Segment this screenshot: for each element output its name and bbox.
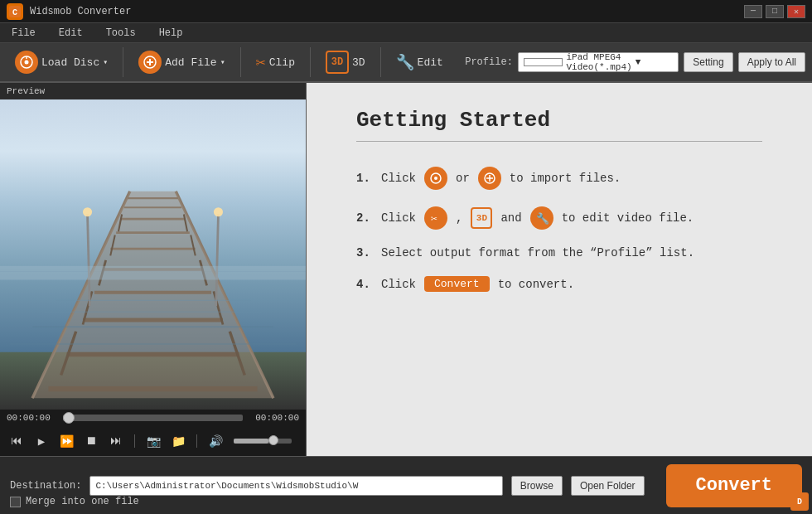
progress-thumb[interactable] [63, 412, 75, 424]
apply-to-all-button[interactable]: Apply to All [738, 52, 805, 72]
step-1-load-icon [424, 167, 447, 190]
svg-rect-42 [0, 266, 306, 280]
convert-button[interactable]: Convert [666, 464, 802, 507]
stop-button[interactable]: ⏹ [81, 431, 101, 451]
step-1-or: or [456, 172, 470, 185]
menu-tools[interactable]: Tools [101, 26, 141, 41]
svg-text:🔧: 🔧 [536, 211, 549, 225]
step-2-comma: , [456, 211, 462, 225]
controls-bar: ⏮ ▶ ⏩ ⏹ ⏭ 📷 📁 🔊 [0, 426, 306, 456]
setting-button[interactable]: Setting [684, 52, 732, 72]
merge-label: Merge into one file [26, 496, 139, 507]
wrench-icon: 🔧 [396, 53, 414, 71]
3d-icon: 3D [326, 51, 349, 74]
step-2-and: and [500, 211, 521, 225]
step-3-text: Select output format from the “Profile” … [381, 246, 694, 259]
toolbar: Load Disc ▾ Add File ▾ ✂ Clip 3D 3D 🔧 Ed… [0, 43, 812, 83]
step-4-end: to convert. [498, 278, 574, 291]
skip-forward-button[interactable]: ⏭ [106, 431, 126, 451]
load-disc-label: Load Disc [41, 56, 99, 69]
profile-section: Profile: iPad MPEG4 Video(*.mp4) ▼ Setti… [465, 52, 805, 72]
merge-row: Merge into one file [10, 496, 139, 507]
controls-separator-2 [196, 434, 197, 448]
video-preview [0, 99, 306, 410]
profile-value: iPad MPEG4 Video(*.mp4) [566, 52, 631, 72]
svg-text:C: C [12, 8, 17, 17]
preview-image [0, 99, 306, 410]
step-4: 4. Click Convert to convert. [356, 276, 762, 292]
step-2-edit-icon: 🔧 [530, 206, 553, 230]
step-2-3d-icon: 3D [471, 207, 492, 229]
title-bar: C Widsmob Converter ─ □ ✕ [0, 0, 812, 23]
progress-track[interactable] [63, 415, 243, 421]
convert-inline-button[interactable]: Convert [424, 276, 490, 292]
clip-button[interactable]: ✂ Clip [248, 49, 303, 76]
svg-point-35 [83, 207, 92, 216]
step-2-clip-icon: ✂ [424, 206, 447, 230]
volume-slider[interactable] [234, 439, 292, 444]
folder-button[interactable]: 📁 [168, 431, 188, 451]
edit-button[interactable]: 🔧 Edit [388, 50, 452, 75]
play-button[interactable]: ▶ [31, 431, 51, 451]
step-4-num: 4. [356, 278, 373, 291]
menu-bar: File Edit Tools Help [0, 23, 812, 43]
title-text: Widsmob Converter [30, 6, 131, 17]
step-3: 3. Select output format from the “Profil… [356, 246, 762, 259]
time-end: 00:00:00 [249, 413, 299, 423]
watermark: D [790, 492, 809, 511]
step-2-end: to edit video file. [562, 211, 694, 225]
merge-checkbox[interactable] [10, 497, 21, 507]
app-icon: C [7, 3, 23, 20]
volume-thumb[interactable] [268, 435, 278, 445]
separator-2 [240, 47, 241, 77]
menu-file[interactable]: File [7, 26, 41, 41]
step-2-num: 2. [356, 211, 373, 225]
add-file-icon [138, 51, 162, 74]
step-3-num: 3. [356, 246, 373, 259]
window-controls: ─ □ ✕ [744, 5, 805, 18]
left-panel: Preview [0, 83, 307, 456]
time-bar: 00:00:00 00:00:00 [0, 410, 306, 426]
step-1-end: to import files. [510, 172, 621, 185]
svg-point-44 [434, 177, 437, 180]
step-2-click: Click [381, 211, 416, 225]
profile-dropdown[interactable]: iPad MPEG4 Video(*.mp4) ▼ [518, 52, 679, 72]
browse-button[interactable]: Browse [511, 476, 563, 496]
add-file-label: Add File [165, 56, 216, 69]
step-2: 2. Click ✂ , 3D and 🔧 to edit video file… [356, 206, 762, 230]
add-file-button[interactable]: Add File ▾ [130, 47, 233, 77]
step-1-click: Click [381, 172, 416, 185]
clip-label: Clip [269, 56, 295, 69]
scissors-icon: ✂ [256, 52, 266, 73]
menu-help[interactable]: Help [154, 26, 188, 41]
3d-button[interactable]: 3D 3D [317, 47, 374, 77]
separator-1 [123, 47, 123, 77]
edit-label: Edit [418, 56, 443, 69]
destination-label: Destination: [10, 480, 81, 492]
minimize-button[interactable]: ─ [744, 5, 762, 18]
profile-icon [524, 58, 563, 66]
separator-4 [380, 47, 381, 77]
screenshot-button[interactable]: 📷 [143, 431, 163, 451]
menu-edit[interactable]: Edit [54, 26, 88, 41]
load-disc-arrow: ▾ [103, 57, 108, 67]
add-file-arrow: ▾ [220, 57, 225, 67]
separator-3 [310, 47, 311, 77]
open-folder-button[interactable]: Open Folder [571, 476, 645, 496]
close-button[interactable]: ✕ [787, 5, 805, 18]
volume-fill [234, 439, 268, 444]
skip-back-button[interactable]: ⏮ [7, 431, 27, 451]
svg-text:✂: ✂ [431, 213, 437, 225]
svg-point-37 [214, 207, 223, 216]
destination-path: C:\Users\Administrator\Documents\Widsmob… [89, 476, 502, 496]
step-1: 1. Click or to import files. [356, 167, 762, 190]
load-disc-button[interactable]: Load Disc ▾ [7, 47, 116, 77]
preview-label: Preview [0, 83, 306, 99]
time-start: 00:00:00 [7, 413, 56, 423]
maximize-button[interactable]: □ [766, 5, 784, 18]
profile-label: Profile: [465, 56, 513, 68]
volume-icon[interactable]: 🔊 [205, 431, 225, 451]
step-1-add-icon [478, 167, 501, 190]
fast-forward-button[interactable]: ⏩ [56, 431, 76, 451]
getting-started-title: Getting Started [356, 108, 762, 142]
